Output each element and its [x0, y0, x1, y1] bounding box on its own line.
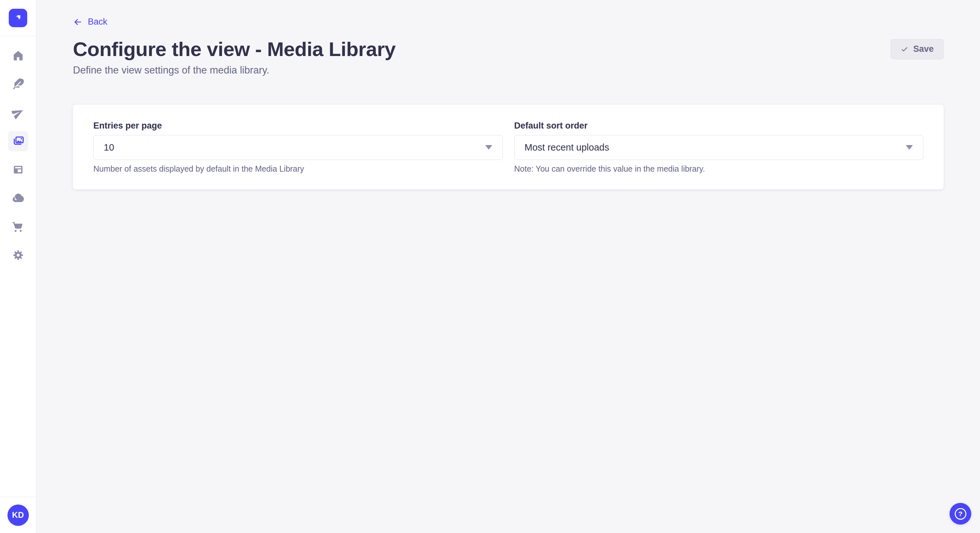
field-entries-per-page: Entries per page 10 Number of assets dis…: [93, 121, 503, 174]
gear-icon: [12, 249, 25, 262]
feather-icon: [11, 78, 25, 91]
page-title: Configure the view - Media Library: [73, 39, 396, 59]
select-value: 10: [104, 142, 114, 153]
nav-item-feather[interactable]: [0, 70, 36, 98]
field-label: Entries per page: [93, 121, 503, 131]
fields-grid: Entries per page 10 Number of assets dis…: [93, 121, 923, 174]
home-icon: [12, 49, 25, 62]
arrow-left-icon: [73, 17, 83, 27]
sidebar-nav: [0, 36, 36, 270]
nav-item-layout[interactable]: [0, 155, 36, 184]
user-avatar[interactable]: KD: [8, 504, 29, 526]
default-sort-order-select[interactable]: Most recent uploads: [514, 135, 924, 160]
field-hint: Number of assets displayed by default in…: [93, 164, 503, 174]
nav-item-media-library[interactable]: [0, 127, 36, 155]
app-logo-button[interactable]: [9, 9, 27, 27]
cloud-icon: [11, 191, 25, 205]
settings-card: Entries per page 10 Number of assets dis…: [73, 105, 944, 189]
back-link[interactable]: Back: [73, 17, 107, 27]
images-icon: [11, 134, 25, 148]
help-button[interactable]: ?: [950, 503, 971, 525]
nav-item-cart[interactable]: [0, 213, 36, 241]
main-content: Back Configure the view - Media Library …: [37, 0, 980, 533]
page-subtitle: Define the view settings of the media li…: [73, 65, 944, 76]
question-mark-glyph: ?: [958, 510, 963, 517]
entries-per-page-select[interactable]: 10: [93, 135, 503, 160]
strapi-logo-icon: [13, 12, 23, 24]
chevron-down-icon: [485, 145, 492, 150]
shopping-cart-icon: [12, 220, 25, 233]
select-value: Most recent uploads: [525, 142, 609, 153]
nav-item-home[interactable]: [0, 41, 36, 70]
sidebar-user-section: KD: [0, 497, 36, 533]
field-default-sort-order: Default sort order Most recent uploads N…: [514, 121, 924, 174]
save-button[interactable]: Save: [891, 39, 944, 59]
sidebar: KD: [0, 0, 36, 533]
question-mark-circle-icon: ?: [955, 508, 966, 520]
field-hint: Note: You can override this value in the…: [514, 164, 924, 174]
paper-plane-icon: [12, 106, 25, 119]
title-row: Configure the view - Media Library Save: [73, 39, 944, 59]
save-button-label: Save: [913, 44, 934, 54]
nav-item-paper-plane[interactable]: [0, 98, 36, 127]
user-initials: KD: [12, 510, 24, 520]
sidebar-spacer: [0, 270, 36, 497]
chevron-down-icon: [906, 145, 913, 150]
logo-box: [0, 0, 36, 36]
field-label: Default sort order: [514, 121, 924, 131]
nav-item-cloud[interactable]: [0, 184, 36, 213]
check-icon: [900, 45, 908, 53]
nav-item-settings[interactable]: [0, 241, 36, 270]
active-nav-tile: [8, 131, 28, 151]
layout-panel-icon: [12, 163, 25, 176]
back-label: Back: [88, 17, 107, 27]
